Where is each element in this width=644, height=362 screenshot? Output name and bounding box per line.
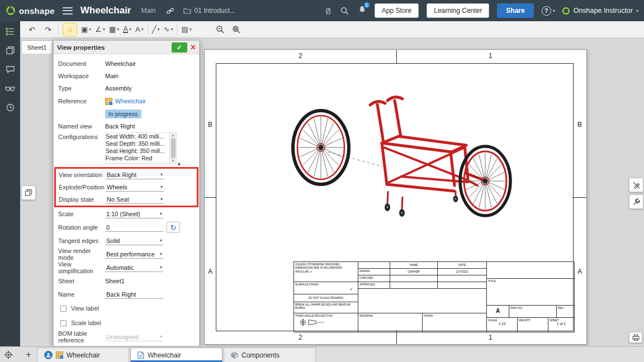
pattern-tool[interactable]: ▦ ▾: [109, 25, 119, 34]
reference-status-row: In progress: [54, 108, 199, 120]
zone-label: B: [577, 121, 582, 128]
scale-dropdown[interactable]: 1:10 (Sheet)▾: [105, 210, 163, 218]
scale-label-checkbox[interactable]: [60, 320, 67, 326]
measure-magnifier-icon: [216, 25, 225, 34]
render-mode-row: View render mode Best performance▾: [54, 247, 199, 261]
onshape-logo[interactable]: onshape: [6, 6, 55, 16]
tangent-edges-dropdown[interactable]: Solid▾: [105, 237, 163, 245]
type-row: TypeAssembly: [54, 82, 199, 94]
config-item[interactable]: Seat Height: 350 mill...: [106, 147, 169, 155]
tab-label: Components: [242, 351, 280, 359]
sheet-value: Sheet1: [105, 278, 125, 284]
main-menu-icon[interactable]: [63, 7, 73, 15]
display-state-dropdown[interactable]: No Seat▾: [106, 196, 164, 204]
panel-toggle-button[interactable]: [21, 185, 36, 200]
config-item[interactable]: Seat Width: 400 milli...: [106, 133, 169, 140]
chevron-down-icon: ▾: [160, 172, 163, 177]
workspace-row: WorkspaceMain: [54, 70, 199, 82]
zone-label: 1: [489, 334, 493, 341]
rotation-input[interactable]: 0: [105, 223, 163, 232]
tab-wheelchair-assembly[interactable]: Wheelchair: [37, 347, 129, 362]
chevron-down-icon: ▾: [89, 27, 91, 32]
folder-name: 01 Introduct...: [195, 7, 235, 15]
config-item[interactable]: Seat Depth: 350 milli...: [106, 140, 169, 147]
undo-button[interactable]: ↶: [26, 23, 38, 36]
follow-mode-button[interactable]: [0, 347, 17, 362]
insert-view-tool[interactable]: ▣ ▾: [81, 25, 91, 34]
scroll-down-icon[interactable]: ▼: [172, 159, 175, 163]
text-tool[interactable]: A ▾: [135, 25, 144, 34]
tab-wheelchair-drawing[interactable]: Wheelchair: [130, 347, 222, 362]
named-view-row: Named viewBack Right: [54, 120, 199, 132]
explode-position-dropdown[interactable]: Wheels▾: [106, 183, 164, 192]
view-orientation-row: View orientation Back Right▾: [56, 169, 197, 181]
third-angle-projection-symbol: [300, 318, 325, 326]
featurescript-icon[interactable]: {/}: [326, 7, 330, 15]
active-tool-indicator[interactable]: ○: [63, 23, 77, 36]
scroll-thumb[interactable]: [171, 138, 176, 158]
versions-link-icon[interactable]: [166, 7, 174, 15]
config-item[interactable]: Frame Color: Red: [106, 155, 169, 162]
reference-row: Reference Wheelchair: [54, 94, 199, 108]
confirm-button[interactable]: ✓: [172, 42, 187, 53]
comment-icon[interactable]: [4, 64, 16, 75]
sheet-tab-sheet1[interactable]: Sheet1: [21, 40, 53, 54]
status-badge: In progress: [105, 109, 141, 118]
right-wheel: [460, 146, 510, 216]
reset-icon: ↻: [171, 223, 177, 232]
reference-link[interactable]: Wheelchair: [115, 98, 146, 104]
render-mode-dropdown[interactable]: Best performance▾: [105, 250, 163, 259]
share-button[interactable]: Share: [497, 3, 533, 18]
note-tool[interactable]: A ▾: [123, 26, 131, 33]
table-tool[interactable]: ▤ ▾: [181, 25, 191, 34]
zone-label: 1: [489, 52, 493, 60]
history-icon[interactable]: [4, 102, 16, 113]
scroll-up-icon[interactable]: ▲: [172, 133, 175, 137]
chevron-down-icon: ▾: [190, 27, 192, 32]
print-button[interactable]: [629, 332, 642, 343]
text-tool-icon: A: [135, 25, 140, 34]
assembly-icon: [56, 351, 63, 359]
search-icon[interactable]: [340, 7, 349, 15]
simplification-dropdown[interactable]: Automatic▾: [105, 264, 163, 272]
configurations-list[interactable]: Seat Width: 400 milli... Seat Depth: 350…: [105, 132, 177, 164]
reset-rotation-button[interactable]: ↻: [167, 222, 180, 233]
bom-reference-dropdown: Unassigned▾: [105, 333, 163, 341]
document-title: Wheelchair: [80, 5, 131, 16]
tab-components[interactable]: Components: [224, 347, 316, 362]
hide-markup-button[interactable]: [629, 178, 643, 192]
breadcrumb-folder[interactable]: 01 Introduct...: [183, 7, 235, 15]
view-label-row: View label: [54, 301, 199, 316]
config-scrollbar[interactable]: ▲ ▼: [169, 133, 176, 163]
spline-tool[interactable]: ∿ ▾: [164, 25, 173, 34]
help-menu[interactable]: ? ▾: [542, 6, 555, 16]
circle-tool-icon: ○: [67, 25, 72, 34]
workspace-name: Main: [141, 7, 155, 15]
config-expand-icon[interactable]: ▾: [178, 161, 181, 167]
inspect-tool[interactable]: [230, 23, 243, 36]
brand-text: onshape: [19, 6, 55, 16]
app-store-button[interactable]: App Store: [375, 3, 419, 18]
line-tool[interactable]: ╱ ▾: [152, 25, 160, 34]
notifications-bell[interactable]: 1: [358, 5, 367, 16]
view-name-input[interactable]: Back Right: [105, 290, 163, 299]
view-label-checkbox[interactable]: [60, 306, 67, 312]
chevron-down-icon: ▾: [160, 211, 162, 216]
title-block: UNLESS OTHERWISE SPECIFIED: DIMENSIONS A…: [293, 261, 574, 332]
tab-label: Wheelchair: [148, 351, 181, 359]
named-views-icon[interactable]: [4, 83, 16, 94]
measure-tool[interactable]: [214, 23, 226, 36]
drawing-tree-icon[interactable]: [4, 26, 16, 37]
user-menu[interactable]: Onshape Instructor ▾: [562, 7, 638, 15]
left-sidebar: [0, 21, 20, 346]
close-button[interactable]: ×: [191, 43, 196, 52]
learning-center-button[interactable]: Learning Center: [427, 3, 489, 18]
new-tab-button[interactable]: +: [21, 347, 36, 362]
redo-button[interactable]: ↷: [42, 23, 54, 36]
view-orientation-dropdown[interactable]: Back Right▾: [106, 171, 164, 179]
zone-label: A: [208, 268, 212, 275]
tools-button[interactable]: [629, 194, 643, 209]
sheets-panel-icon[interactable]: [4, 45, 16, 56]
dimension-tool[interactable]: ∠ ▾: [95, 25, 105, 34]
view-properties-panel: View properties ✓ × DocumentWheelchair W…: [53, 40, 200, 346]
